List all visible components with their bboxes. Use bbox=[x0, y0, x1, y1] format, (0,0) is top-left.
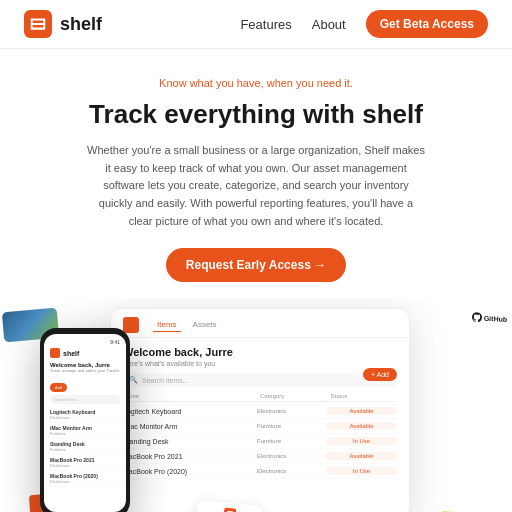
dash-welcome: Welcome back, Jurre bbox=[123, 346, 397, 358]
dash-item-4-status: Available bbox=[326, 452, 397, 460]
dashboard-section: GitHub 9:41 shelf Welcome back, Jurre Tr… bbox=[0, 298, 512, 512]
nav: Features About Get Beta Access bbox=[240, 10, 488, 38]
phone-subtitle: Track, manage and add to your Tracker bbox=[48, 368, 122, 375]
dash-subtitle: Here's what's available to you bbox=[123, 360, 397, 367]
dash-tab-assets[interactable]: Assets bbox=[189, 318, 221, 332]
svg-rect-0 bbox=[31, 28, 45, 30]
dash-row-4[interactable]: MacBook Pro 2021 Electronics Available bbox=[123, 449, 397, 464]
phone-logo-icon bbox=[50, 348, 60, 358]
dash-search-placeholder: Search items... bbox=[142, 377, 189, 384]
dash-logo bbox=[123, 317, 139, 333]
col-category: Category bbox=[260, 393, 327, 399]
hero-description: Whether you're a small business or a lar… bbox=[86, 142, 426, 230]
phone-item-cat-4: Electronics bbox=[50, 463, 120, 468]
phone-search[interactable]: Search Items bbox=[50, 395, 120, 404]
logo-icon bbox=[24, 10, 52, 38]
github-label: GitHub bbox=[484, 314, 508, 322]
sticker-logo bbox=[223, 508, 236, 512]
dash-row-2[interactable]: iMac Monitor Arm Furniture Available bbox=[123, 419, 397, 434]
early-access-button[interactable]: Request Early Access → bbox=[166, 248, 346, 282]
svg-rect-1 bbox=[31, 23, 45, 25]
dash-row-1[interactable]: Logitech Keyboard Electronics Available bbox=[123, 404, 397, 419]
dash-item-2-status: Available bbox=[326, 422, 397, 430]
search-icon: 🔍 bbox=[129, 376, 138, 384]
shelf-icon bbox=[29, 15, 47, 33]
hero-title: Track everything with shelf bbox=[40, 99, 472, 130]
col-status: Status bbox=[331, 393, 398, 399]
dash-item-5-status: In Use bbox=[326, 467, 397, 475]
dash-item-2-name: iMac Monitor Arm bbox=[123, 423, 253, 430]
phone-add-button[interactable]: Add bbox=[50, 383, 67, 392]
hero-section: Know what you have, when you need it. Tr… bbox=[0, 49, 512, 298]
nav-features[interactable]: Features bbox=[240, 17, 291, 32]
phone-row-5: MacBook Pro (2020) Electronics bbox=[48, 471, 122, 487]
phone-row-1: Logitech Keyboard Electronics bbox=[48, 407, 122, 423]
phone-item-cat-3: Furniture bbox=[50, 447, 120, 452]
svg-rect-3 bbox=[31, 19, 33, 30]
phone-item-cat-5: Electronics bbox=[50, 479, 120, 484]
dash-item-1-name: Logitech Keyboard bbox=[123, 408, 253, 415]
phone-item-cat-2: Furniture bbox=[50, 431, 120, 436]
logo-text: shelf bbox=[60, 14, 102, 35]
dash-body: Welcome back, Jurre Here's what's availa… bbox=[111, 338, 409, 487]
nav-about[interactable]: About bbox=[312, 17, 346, 32]
phone-item-cat-1: Electronics bbox=[50, 415, 120, 420]
phone-row-3: Standing Desk Furniture bbox=[48, 439, 122, 455]
header: shelf Features About Get Beta Access bbox=[0, 0, 512, 49]
dash-tabs: Items Assets bbox=[153, 318, 221, 332]
phone-screen: 9:41 shelf Welcome back, Jurre Track, ma… bbox=[44, 334, 126, 512]
dash-header: Items Assets bbox=[111, 309, 409, 338]
dash-item-3-status: In Use bbox=[326, 437, 397, 445]
phone-status-time: 9:41 bbox=[48, 338, 122, 346]
get-beta-button[interactable]: Get Beta Access bbox=[366, 10, 488, 38]
svg-rect-4 bbox=[43, 19, 45, 30]
phone-mockup: 9:41 shelf Welcome back, Jurre Track, ma… bbox=[40, 328, 130, 512]
dash-search[interactable]: 🔍 Search items... bbox=[123, 373, 397, 387]
dash-item-2-cat: Furniture bbox=[257, 423, 322, 429]
dash-item-1-status: Available bbox=[326, 407, 397, 415]
phone-rows: Logitech Keyboard Electronics iMac Monit… bbox=[48, 407, 122, 487]
phone-row-4: MacBook Pro 2021 Electronics bbox=[48, 455, 122, 471]
col-name: Name bbox=[123, 393, 256, 399]
dashboard-mockup: Items Assets Welcome back, Jurre Here's … bbox=[110, 308, 410, 512]
github-icon bbox=[472, 312, 483, 323]
dash-row-3[interactable]: Standing Desk Furniture In Use bbox=[123, 434, 397, 449]
phone-welcome: Welcome back, Jurre bbox=[48, 360, 122, 368]
dash-table-header: Name Category Status bbox=[123, 391, 397, 402]
dash-item-3-cat: Furniture bbox=[257, 438, 322, 444]
dash-row-5[interactable]: MacBook Pro (2020) Electronics In Use bbox=[123, 464, 397, 479]
svg-rect-2 bbox=[31, 19, 45, 21]
hero-tagline: Know what you have, when you need it. bbox=[40, 77, 472, 89]
phone-logo: shelf bbox=[48, 346, 122, 360]
github-sticker: GitHub bbox=[461, 302, 512, 335]
dash-item-4-name: MacBook Pro 2021 bbox=[123, 453, 253, 460]
dash-item-5-name: MacBook Pro (2020) bbox=[123, 468, 253, 475]
logo: shelf bbox=[24, 10, 102, 38]
dash-item-1-cat: Electronics bbox=[257, 408, 322, 414]
dash-tab-items[interactable]: Items bbox=[153, 318, 181, 332]
dash-item-3-name: Standing Desk bbox=[123, 438, 253, 445]
phone-logo-text: shelf bbox=[63, 350, 79, 357]
dash-item-5-cat: Electronics bbox=[257, 468, 322, 474]
phone-row-2: iMac Monitor Arm Furniture bbox=[48, 423, 122, 439]
dash-item-4-cat: Electronics bbox=[257, 453, 322, 459]
dash-add-button[interactable]: + Add bbox=[363, 368, 397, 381]
